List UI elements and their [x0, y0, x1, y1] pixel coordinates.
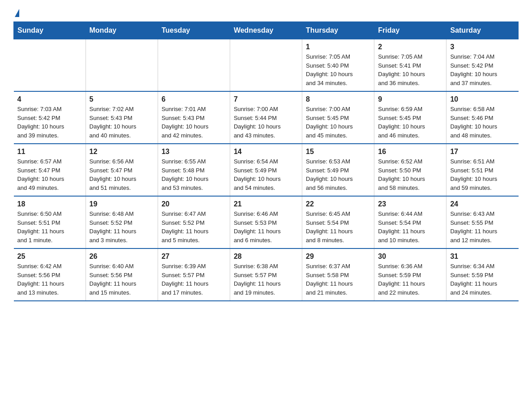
day-number: 8	[306, 95, 370, 103]
header-cell-tuesday: Tuesday	[158, 22, 230, 39]
day-number: 29	[306, 253, 370, 261]
header-cell-friday: Friday	[374, 22, 446, 39]
calendar-cell: 4Sunrise: 7:03 AM Sunset: 5:42 PM Daylig…	[14, 91, 86, 144]
day-info: Sunrise: 6:39 AM Sunset: 5:57 PM Dayligh…	[162, 263, 209, 296]
day-info: Sunrise: 6:57 AM Sunset: 5:47 PM Dayligh…	[17, 158, 64, 191]
day-info: Sunrise: 6:53 AM Sunset: 5:49 PM Dayligh…	[306, 158, 353, 191]
day-info: Sunrise: 6:55 AM Sunset: 5:48 PM Dayligh…	[162, 158, 209, 191]
calendar-cell: 10Sunrise: 6:58 AM Sunset: 5:46 PM Dayli…	[446, 91, 519, 144]
day-number: 10	[450, 95, 515, 103]
day-info: Sunrise: 7:05 AM Sunset: 5:41 PM Dayligh…	[378, 53, 425, 86]
day-info: Sunrise: 6:58 AM Sunset: 5:46 PM Dayligh…	[450, 106, 497, 139]
day-number: 23	[378, 200, 442, 208]
day-info: Sunrise: 6:40 AM Sunset: 5:56 PM Dayligh…	[90, 263, 137, 296]
day-info: Sunrise: 6:56 AM Sunset: 5:47 PM Dayligh…	[90, 158, 137, 191]
day-number: 5	[90, 95, 154, 103]
calendar-cell: 1Sunrise: 7:05 AM Sunset: 5:40 PM Daylig…	[302, 39, 374, 92]
day-number: 6	[162, 95, 226, 103]
day-info: Sunrise: 7:00 AM Sunset: 5:44 PM Dayligh…	[234, 106, 281, 139]
day-number: 19	[90, 200, 154, 208]
calendar-cell: 18Sunrise: 6:50 AM Sunset: 5:51 PM Dayli…	[14, 196, 86, 248]
day-number: 21	[234, 200, 298, 208]
calendar-cell: 20Sunrise: 6:47 AM Sunset: 5:52 PM Dayli…	[158, 196, 230, 248]
day-info: Sunrise: 7:01 AM Sunset: 5:43 PM Dayligh…	[162, 106, 209, 139]
header-cell-monday: Monday	[86, 22, 158, 39]
day-info: Sunrise: 6:51 AM Sunset: 5:51 PM Dayligh…	[450, 158, 497, 191]
calendar-cell	[158, 39, 230, 92]
calendar-cell: 3Sunrise: 7:04 AM Sunset: 5:42 PM Daylig…	[446, 39, 519, 92]
day-info: Sunrise: 6:42 AM Sunset: 5:56 PM Dayligh…	[17, 263, 64, 296]
day-info: Sunrise: 6:43 AM Sunset: 5:55 PM Dayligh…	[450, 210, 497, 244]
day-info: Sunrise: 6:36 AM Sunset: 5:59 PM Dayligh…	[378, 263, 425, 296]
calendar-cell	[230, 39, 302, 92]
day-number: 4	[17, 95, 82, 103]
calendar-cell: 28Sunrise: 6:38 AM Sunset: 5:57 PM Dayli…	[230, 248, 302, 301]
calendar-table: SundayMondayTuesdayWednesdayThursdayFrid…	[13, 21, 519, 301]
calendar-week-row: 18Sunrise: 6:50 AM Sunset: 5:51 PM Dayli…	[14, 196, 519, 248]
calendar-week-row: 4Sunrise: 7:03 AM Sunset: 5:42 PM Daylig…	[14, 91, 519, 144]
calendar-cell: 19Sunrise: 6:48 AM Sunset: 5:52 PM Dayli…	[86, 196, 158, 248]
calendar-week-row: 25Sunrise: 6:42 AM Sunset: 5:56 PM Dayli…	[14, 248, 519, 301]
calendar-cell	[14, 39, 86, 92]
header-cell-saturday: Saturday	[446, 22, 519, 39]
calendar-cell	[86, 39, 158, 92]
calendar-cell: 12Sunrise: 6:56 AM Sunset: 5:47 PM Dayli…	[86, 144, 158, 196]
day-number: 14	[234, 148, 298, 156]
day-info: Sunrise: 6:59 AM Sunset: 5:45 PM Dayligh…	[378, 106, 425, 139]
day-info: Sunrise: 6:48 AM Sunset: 5:52 PM Dayligh…	[90, 210, 137, 244]
calendar-cell: 21Sunrise: 6:46 AM Sunset: 5:53 PM Dayli…	[230, 196, 302, 248]
day-info: Sunrise: 6:38 AM Sunset: 5:57 PM Dayligh…	[234, 263, 281, 296]
day-info: Sunrise: 6:50 AM Sunset: 5:51 PM Dayligh…	[17, 210, 64, 244]
calendar-cell: 11Sunrise: 6:57 AM Sunset: 5:47 PM Dayli…	[14, 144, 86, 196]
day-number: 9	[378, 95, 442, 103]
day-info: Sunrise: 6:34 AM Sunset: 5:59 PM Dayligh…	[450, 263, 497, 296]
header-cell-wednesday: Wednesday	[230, 22, 302, 39]
day-number: 16	[378, 148, 442, 156]
day-number: 3	[450, 43, 515, 51]
calendar-cell: 25Sunrise: 6:42 AM Sunset: 5:56 PM Dayli…	[14, 248, 86, 301]
calendar-cell: 9Sunrise: 6:59 AM Sunset: 5:45 PM Daylig…	[374, 91, 446, 144]
day-info: Sunrise: 6:45 AM Sunset: 5:54 PM Dayligh…	[306, 210, 353, 244]
calendar-cell: 23Sunrise: 6:44 AM Sunset: 5:54 PM Dayli…	[374, 196, 446, 248]
day-info: Sunrise: 6:44 AM Sunset: 5:54 PM Dayligh…	[378, 210, 425, 244]
day-number: 26	[90, 253, 154, 261]
calendar-week-row: 11Sunrise: 6:57 AM Sunset: 5:47 PM Dayli…	[14, 144, 519, 196]
day-info: Sunrise: 6:47 AM Sunset: 5:52 PM Dayligh…	[162, 210, 209, 244]
day-info: Sunrise: 6:52 AM Sunset: 5:50 PM Dayligh…	[378, 158, 425, 191]
day-number: 27	[162, 253, 226, 261]
header-cell-sunday: Sunday	[14, 22, 86, 39]
day-number: 28	[234, 253, 298, 261]
day-number: 7	[234, 95, 298, 103]
calendar-week-row: 1Sunrise: 7:05 AM Sunset: 5:40 PM Daylig…	[14, 39, 519, 92]
header-cell-thursday: Thursday	[302, 22, 374, 39]
calendar-cell: 8Sunrise: 7:00 AM Sunset: 5:45 PM Daylig…	[302, 91, 374, 144]
header-row: SundayMondayTuesdayWednesdayThursdayFrid…	[14, 22, 519, 39]
calendar-cell: 27Sunrise: 6:39 AM Sunset: 5:57 PM Dayli…	[158, 248, 230, 301]
day-number: 12	[90, 148, 154, 156]
calendar-cell: 14Sunrise: 6:54 AM Sunset: 5:49 PM Dayli…	[230, 144, 302, 196]
calendar-cell: 15Sunrise: 6:53 AM Sunset: 5:49 PM Dayli…	[302, 144, 374, 196]
day-number: 18	[17, 200, 82, 208]
calendar-cell: 16Sunrise: 6:52 AM Sunset: 5:50 PM Dayli…	[374, 144, 446, 196]
day-info: Sunrise: 7:05 AM Sunset: 5:40 PM Dayligh…	[306, 53, 353, 86]
calendar-cell: 29Sunrise: 6:37 AM Sunset: 5:58 PM Dayli…	[302, 248, 374, 301]
day-number: 24	[450, 200, 515, 208]
calendar-cell: 17Sunrise: 6:51 AM Sunset: 5:51 PM Dayli…	[446, 144, 519, 196]
logo	[13, 9, 19, 17]
day-info: Sunrise: 7:03 AM Sunset: 5:42 PM Dayligh…	[17, 106, 64, 139]
calendar-cell: 31Sunrise: 6:34 AM Sunset: 5:59 PM Dayli…	[446, 248, 519, 301]
day-number: 13	[162, 148, 226, 156]
calendar-cell: 7Sunrise: 7:00 AM Sunset: 5:44 PM Daylig…	[230, 91, 302, 144]
calendar-cell: 2Sunrise: 7:05 AM Sunset: 5:41 PM Daylig…	[374, 39, 446, 92]
day-number: 15	[306, 148, 370, 156]
calendar-body: 1Sunrise: 7:05 AM Sunset: 5:40 PM Daylig…	[14, 39, 519, 301]
calendar-header: SundayMondayTuesdayWednesdayThursdayFrid…	[14, 22, 519, 39]
day-number: 1	[306, 43, 370, 51]
day-info: Sunrise: 6:46 AM Sunset: 5:53 PM Dayligh…	[234, 210, 281, 244]
day-info: Sunrise: 7:00 AM Sunset: 5:45 PM Dayligh…	[306, 106, 353, 139]
day-number: 25	[17, 253, 82, 261]
day-info: Sunrise: 7:02 AM Sunset: 5:43 PM Dayligh…	[90, 106, 137, 139]
calendar-cell: 24Sunrise: 6:43 AM Sunset: 5:55 PM Dayli…	[446, 196, 519, 248]
logo-triangle-icon	[15, 9, 19, 17]
day-number: 30	[378, 253, 442, 261]
